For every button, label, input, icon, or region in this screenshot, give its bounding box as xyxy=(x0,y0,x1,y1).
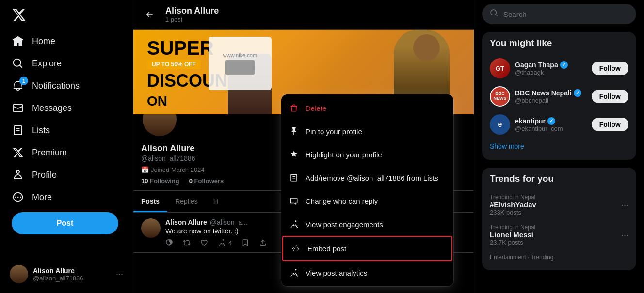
analytics-icon xyxy=(218,239,225,247)
bar-chart-icon xyxy=(289,219,299,229)
trend-messi-info: Trending in Nepal Lionel Messi 23.7K pos… xyxy=(490,224,535,246)
search-input[interactable] xyxy=(503,10,628,18)
analytics-action[interactable]: 4 xyxy=(218,239,232,247)
sidebar-item-explore[interactable]: Explore xyxy=(6,52,127,75)
menu-highlight-label: Highlight on your profile xyxy=(306,151,382,159)
explore-icon xyxy=(12,57,24,70)
trend-entertainment[interactable]: Entertainment · Trending xyxy=(490,250,628,264)
logo[interactable] xyxy=(6,4,127,28)
profile-header-posts: 1 post xyxy=(165,16,219,23)
sidebar-item-premium[interactable]: Premium xyxy=(6,141,127,164)
menu-item-change-reply[interactable]: Change who can reply xyxy=(281,189,453,213)
suggestion-gagan-avatar: GT xyxy=(490,58,510,78)
post-author-name: Alison Allure xyxy=(165,218,207,226)
mail-icon xyxy=(12,102,24,114)
followers-stat[interactable]: 0 Followers xyxy=(189,177,224,185)
explore-label: Explore xyxy=(32,59,62,69)
menu-item-highlight[interactable]: Highlight on your profile xyxy=(281,143,453,166)
trend-messi-header: Trending in Nepal Lionel Messi 23.7K pos… xyxy=(490,224,628,246)
verified-badge-bbc xyxy=(574,89,581,97)
sidebar-user-handle: @alison_all71886 xyxy=(33,275,111,282)
trend-elvish-header: Trending in Nepal #ElvishYadav 233K post… xyxy=(490,194,628,216)
following-count: 10 xyxy=(141,177,148,185)
profile-header-name: Alison Allure xyxy=(165,6,219,16)
bookmark-icon xyxy=(242,239,249,247)
follow-bbc-button[interactable]: Follow xyxy=(592,90,628,103)
trend-elvish-name: #ElvishYadav xyxy=(490,200,536,209)
menu-item-delete[interactable]: Delete xyxy=(281,96,453,120)
trends-title: Trends for you xyxy=(490,173,628,184)
notifications-label: Notifications xyxy=(32,81,80,91)
tab-replies-label: Replies xyxy=(175,198,198,205)
trend-messi[interactable]: Trending in Nepal Lionel Messi 23.7K pos… xyxy=(490,220,628,250)
suggestion-bbc-info: BBC News Nepali @bbcnepali xyxy=(515,89,587,104)
verified-badge-ekantipur xyxy=(547,117,555,125)
heart-icon xyxy=(200,239,208,247)
trend-elvish-info: Trending in Nepal #ElvishYadav 233K post… xyxy=(490,194,536,216)
back-button[interactable] xyxy=(141,6,158,23)
trend-elvish[interactable]: Trending in Nepal #ElvishYadav 233K post… xyxy=(490,190,628,220)
suggestion-gagan-name: Gagan Thapa xyxy=(515,61,587,69)
sidebar-item-lists[interactable]: Lists xyxy=(6,119,127,141)
card-overlay: www.nike.com xyxy=(209,37,272,90)
follow-ekantipur-button[interactable]: Follow xyxy=(592,118,628,131)
search-box[interactable] xyxy=(482,4,636,24)
menu-item-addremove[interactable]: Add/remove @alison_all71886 from Lists xyxy=(281,166,453,189)
trend-messi-more[interactable]: ··· xyxy=(621,230,628,240)
profile-joined-text: Joined March 2024 xyxy=(151,166,205,173)
home-label: Home xyxy=(32,36,55,46)
sidebar-user-name: Alison Allure xyxy=(33,267,111,275)
sidebar-user-avatar xyxy=(10,265,28,283)
tab-highlights[interactable]: H xyxy=(206,191,226,212)
notification-badge: 1 xyxy=(19,77,28,85)
lists-add-icon xyxy=(289,173,299,183)
bookmark-action[interactable] xyxy=(242,239,249,247)
reply-action[interactable] xyxy=(165,239,173,247)
suggestion-bbc-avatar: BBCNEWS xyxy=(490,86,510,107)
banner-discount-label: UP TO 50% OFF xyxy=(147,60,201,69)
post-button[interactable]: Post xyxy=(12,212,118,234)
suggestion-gagan-handle: @thapagk xyxy=(515,69,587,76)
trend-elvish-more[interactable]: ··· xyxy=(621,200,628,210)
following-stat[interactable]: 10 Following xyxy=(141,177,179,185)
code-icon xyxy=(291,244,301,253)
retweet-action[interactable] xyxy=(183,239,191,247)
trends-widget: Trends for you Trending in Nepal #Elvish… xyxy=(482,168,636,270)
tab-posts[interactable]: Posts xyxy=(133,191,167,212)
sidebar-user[interactable]: Alison Allure @alison_all71886 ··· xyxy=(4,261,129,287)
sidebar-item-notifications[interactable]: 1 Notifications xyxy=(6,75,127,97)
sidebar-item-messages[interactable]: Messages xyxy=(6,97,127,119)
banner-on-text: ON xyxy=(147,93,167,109)
post-author-avatar xyxy=(141,218,161,238)
search-icon xyxy=(490,9,499,19)
lists-icon xyxy=(12,124,24,137)
analytics-count: 4 xyxy=(228,239,232,247)
suggestion-bbc-name: BBC News Nepali xyxy=(515,89,587,97)
share-action[interactable] xyxy=(259,239,267,247)
sidebar-item-home[interactable]: Home xyxy=(6,30,127,52)
more-label: More xyxy=(32,192,52,202)
like-action[interactable] xyxy=(200,239,208,247)
more-icon xyxy=(12,191,24,203)
main-content: Alison Allure 1 post SUPER UP TO 50% OFF… xyxy=(133,0,474,293)
show-more-button[interactable]: Show more xyxy=(490,139,628,154)
menu-item-pin[interactable]: Pin to your profile xyxy=(281,120,453,143)
tab-replies[interactable]: Replies xyxy=(167,191,206,212)
following-label: Following xyxy=(150,177,179,185)
post-author-handle: @alison_a... xyxy=(210,218,248,226)
menu-engagements-label: View post engagements xyxy=(306,220,383,229)
sidebar-item-more[interactable]: More xyxy=(6,186,127,208)
follow-gagan-button[interactable]: Follow xyxy=(592,62,628,75)
reply-icon xyxy=(165,239,173,247)
suggestion-gagan-info: Gagan Thapa @thapagk xyxy=(515,61,587,76)
menu-item-analytics[interactable]: View post analytics xyxy=(281,261,453,284)
menu-item-engagements[interactable]: View post engagements xyxy=(281,213,453,236)
sidebar-item-profile[interactable]: Profile xyxy=(6,164,127,186)
messages-label: Messages xyxy=(32,103,72,113)
suggestion-ekantipur-handle: @ekantipur_com xyxy=(515,125,587,132)
menu-embed-label: Embed post xyxy=(307,245,346,253)
menu-pin-label: Pin to your profile xyxy=(306,127,362,136)
menu-delete-label: Delete xyxy=(306,104,326,112)
menu-item-embed[interactable]: Embed post xyxy=(282,236,452,261)
sidebar-user-more-btn[interactable]: ··· xyxy=(116,269,123,279)
